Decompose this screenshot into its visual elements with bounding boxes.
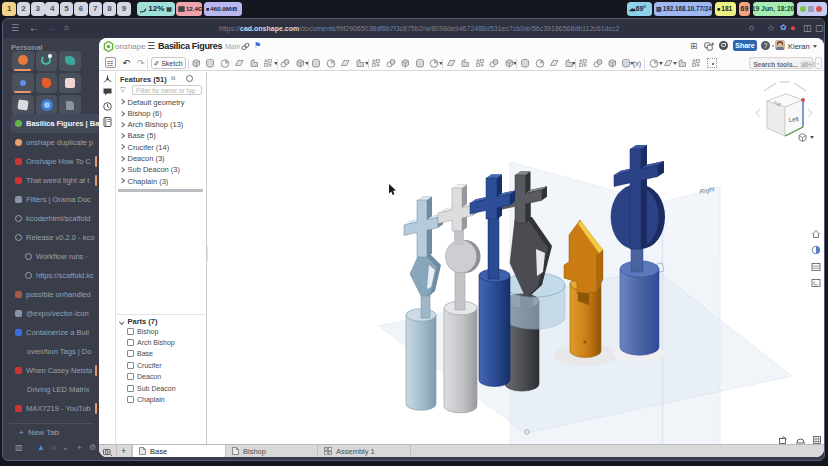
svg-text:Left: Left: [788, 115, 799, 122]
